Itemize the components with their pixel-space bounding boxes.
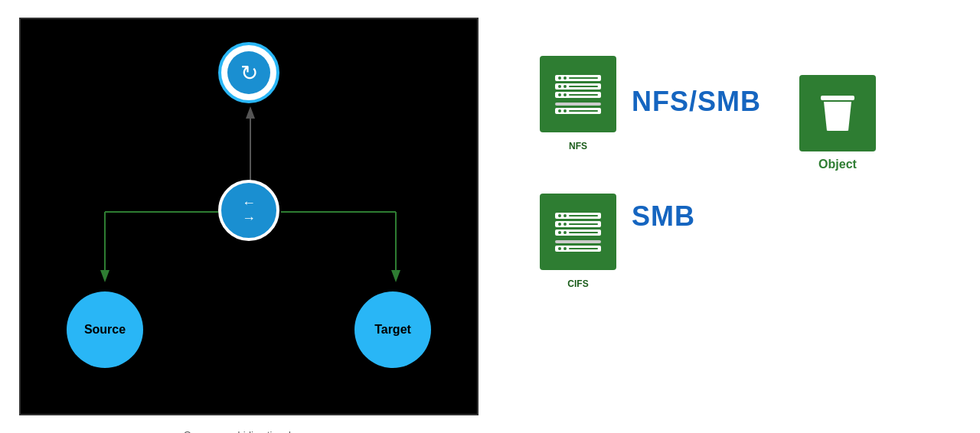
server-rack-cifs <box>555 213 601 252</box>
left-caption: One-way or bidirectional sync <box>184 429 315 433</box>
storage-icons-area: NFS <box>540 56 761 270</box>
nfs-protocol-area: NFS/SMB <box>632 63 761 140</box>
protocol-labels: NFS/SMB SMB <box>632 56 761 270</box>
object-area: Object <box>799 67 876 171</box>
object-label: Object <box>818 158 857 171</box>
server-rack-nfs <box>555 75 601 114</box>
object-storage-box <box>799 75 876 151</box>
target-circle: Target <box>354 291 431 368</box>
storage-row: NFS <box>540 56 938 270</box>
bucket-top <box>821 96 854 100</box>
bucket-body <box>822 102 853 131</box>
arrow-left: ← <box>242 196 256 210</box>
nfs-label: NFS <box>569 141 587 151</box>
cifs-protocol-text: SMB <box>632 200 695 233</box>
left-panel: ↻ ← → Source Target One-way or bidirecti… <box>19 18 479 415</box>
cifs-protocol-area: SMB <box>632 178 761 255</box>
sync-icon: ↻ <box>240 60 258 86</box>
source-label: Source <box>84 323 126 337</box>
right-panel: NFS <box>517 18 961 415</box>
nfs-protocol-text: NFS/SMB <box>632 86 761 118</box>
cifs-storage-box <box>540 194 616 270</box>
arrow-right: → <box>242 211 256 225</box>
nfs-server-icon <box>555 75 601 114</box>
sync-circle: ↻ <box>218 42 279 103</box>
bucket-icon <box>821 96 854 131</box>
sync-inner: ↻ <box>227 51 270 94</box>
source-circle: Source <box>67 291 143 368</box>
cifs-server-icon <box>555 213 601 252</box>
storage-column: NFS <box>540 56 616 270</box>
nfs-storage-box <box>540 56 616 132</box>
transfer-icon: ← → <box>242 196 256 225</box>
transfer-circle: ← → <box>218 180 279 241</box>
target-label: Target <box>374 323 411 337</box>
cifs-label: CIFS <box>567 278 588 289</box>
